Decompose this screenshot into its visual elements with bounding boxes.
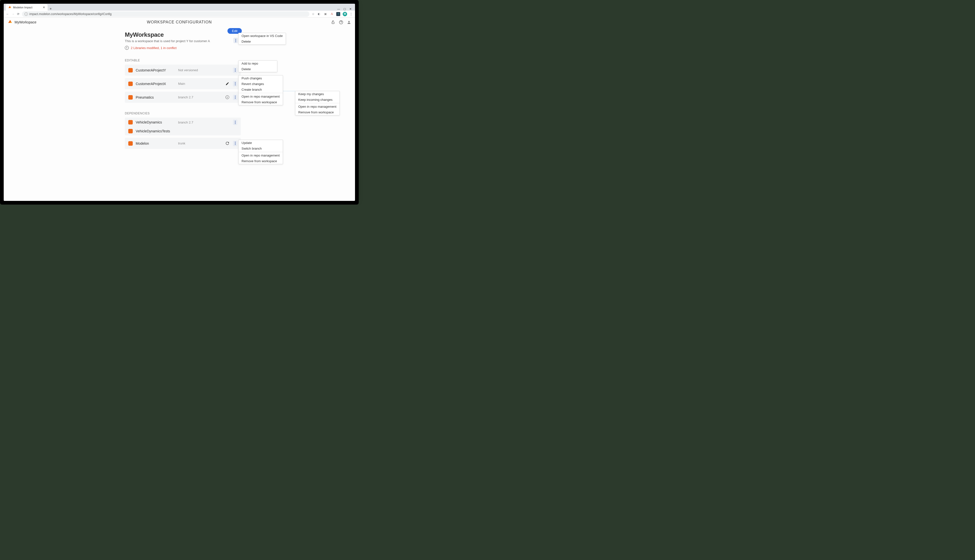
library-menu-button[interactable] [233, 95, 237, 100]
menu-item-open-vscode[interactable]: Open workspace in VS Code [239, 33, 286, 39]
library-name: VehicleDynamicsTests [136, 129, 175, 133]
menu-item-remove-workspace[interactable]: Remove from workspace [239, 158, 283, 164]
bookmark-star-icon[interactable]: ☆ [312, 12, 314, 16]
header-workspace-name[interactable]: MyWorkspace [15, 20, 36, 24]
site-info-icon[interactable]: i [24, 12, 28, 16]
tab-title: Modelon Impact [13, 6, 41, 9]
library-name: CustomerAProjectY [136, 68, 175, 72]
unversioned-context-menu: Add to repo Delete [238, 60, 277, 72]
library-name: VehicleDynamics [136, 120, 175, 124]
alert-text: 2 Libraries modified, 1 in conflict [131, 46, 177, 50]
extension-icon-3[interactable]: ※ [336, 12, 340, 16]
url-bar[interactable]: i impact.modelon.com/workspaces/MyWorksp… [22, 11, 309, 17]
workspace-title: MyWorkspace [125, 31, 241, 38]
modelon-favicon [8, 5, 12, 9]
library-icon [128, 120, 133, 125]
library-name: Modelon [136, 142, 175, 145]
menu-item-push-changes[interactable]: Push changes [239, 75, 283, 81]
browser-menu-icon[interactable]: ⋮ [350, 12, 353, 16]
library-icon [128, 129, 133, 133]
library-icon [128, 68, 133, 72]
library-branch: branch 2.7 [178, 95, 222, 99]
dependency-card: Modelon trunk [125, 138, 241, 149]
workspace-context-menu: Open workspace in VS Code Delete [238, 33, 286, 45]
library-name: CustomerAProjectX [136, 82, 175, 86]
menu-item-delete[interactable]: Delete [239, 39, 286, 44]
menu-item-remove-workspace[interactable]: Remove from workspace [239, 99, 283, 105]
menu-divider [295, 103, 339, 103]
nav-reload-icon[interactable]: ⟳ [17, 12, 20, 16]
library-menu-button[interactable] [233, 68, 237, 73]
library-menu-button[interactable] [233, 81, 237, 87]
extension-icon-pdf[interactable]: 人 [330, 12, 334, 16]
dependencies-section-label: DEPENDENCIES [125, 112, 241, 115]
library-card: Pneumatics branch 2.7 ! [125, 92, 241, 103]
menu-item-open-repo-mgmt[interactable]: Open in repo management [239, 153, 283, 158]
library-branch: Main [178, 82, 222, 85]
app-header: MyWorkspace WORKSPACE CONFIGURATION [4, 18, 355, 27]
window-maximize-icon[interactable]: ▢ [343, 7, 346, 11]
library-menu-button[interactable] [233, 141, 237, 146]
library-card: CustomerAProjectY Not versioned [125, 65, 241, 76]
browser-tab[interactable]: Modelon Impact ✕ [6, 4, 48, 11]
dependency-context-menu: Update Switch branch Open in repo manage… [238, 140, 283, 164]
workspace-menu-button[interactable] [233, 38, 238, 43]
menu-item-delete[interactable]: Delete [239, 66, 277, 72]
window-close-icon[interactable]: ✕ [350, 7, 351, 11]
refresh-icon[interactable] [224, 141, 230, 146]
extension-icon-2[interactable]: ▣ [323, 12, 328, 16]
conflict-warning-icon[interactable]: ! [224, 95, 230, 100]
lock-icon[interactable] [331, 20, 335, 24]
nav-back-icon[interactable]: ← [6, 12, 9, 16]
versioned-context-menu: Push changes Revert changes Create branc… [238, 75, 283, 105]
menu-item-open-repo-mgmt[interactable]: Open in repo management [239, 94, 283, 99]
library-branch: Not versioned [178, 68, 230, 72]
library-name: Pneumatics [136, 95, 175, 99]
library-icon [128, 82, 133, 86]
user-icon[interactable] [347, 20, 351, 24]
editable-section-label: EDITABLE [125, 59, 241, 62]
url-text: impact.modelon.com/workspaces/MyWorkspac… [29, 12, 112, 16]
conflict-context-menu: Keep my changes Keep incoming changes Op… [295, 91, 340, 115]
alert-icon: ! [125, 46, 129, 50]
library-icon [128, 141, 133, 146]
nav-forward-icon[interactable]: → [12, 12, 15, 16]
extension-icon-1[interactable]: ◐ [317, 12, 321, 16]
workspace-description: This is a workspace that is used for pro… [125, 39, 241, 43]
library-icon [128, 95, 133, 100]
menu-item-keep-incoming[interactable]: Keep incoming changes [295, 97, 339, 103]
library-menu-button[interactable] [233, 120, 237, 125]
new-tab-button[interactable]: + [48, 7, 54, 11]
library-branch: branch 2.7 [178, 120, 230, 124]
menu-item-remove-workspace[interactable]: Remove from workspace [295, 110, 339, 115]
svg-rect-0 [332, 22, 334, 24]
browser-tab-bar: Modelon Impact ✕ + — ▢ ✕ [4, 4, 355, 11]
edit-pencil-icon[interactable] [224, 81, 230, 87]
page-title: WORKSPACE CONFIGURATION [147, 20, 212, 24]
library-branch: trunk [178, 142, 222, 145]
dependency-card: VehicleDynamics branch 2.7 VehicleDynami… [125, 118, 241, 135]
menu-item-revert-changes[interactable]: Revert changes [239, 81, 283, 87]
menu-item-add-to-repo[interactable]: Add to repo [239, 61, 277, 66]
library-card: CustomerAProjectX Main [125, 78, 241, 89]
tab-close-icon[interactable]: ✕ [43, 6, 45, 9]
browser-address-bar: ← → ⟳ i impact.modelon.com/workspaces/My… [4, 11, 355, 18]
menu-item-open-repo-mgmt[interactable]: Open in repo management [295, 104, 339, 110]
browser-profile-avatar[interactable]: M [343, 12, 347, 16]
svg-point-3 [348, 21, 350, 22]
menu-item-create-branch[interactable]: Create branch [239, 87, 283, 92]
modelon-logo-icon[interactable] [8, 19, 13, 25]
window-minimize-icon[interactable]: — [337, 7, 340, 11]
menu-item-update[interactable]: Update [239, 140, 283, 146]
help-icon[interactable] [339, 20, 343, 24]
menu-item-keep-my-changes[interactable]: Keep my changes [295, 91, 339, 97]
menu-item-switch-branch[interactable]: Switch branch [239, 146, 283, 151]
